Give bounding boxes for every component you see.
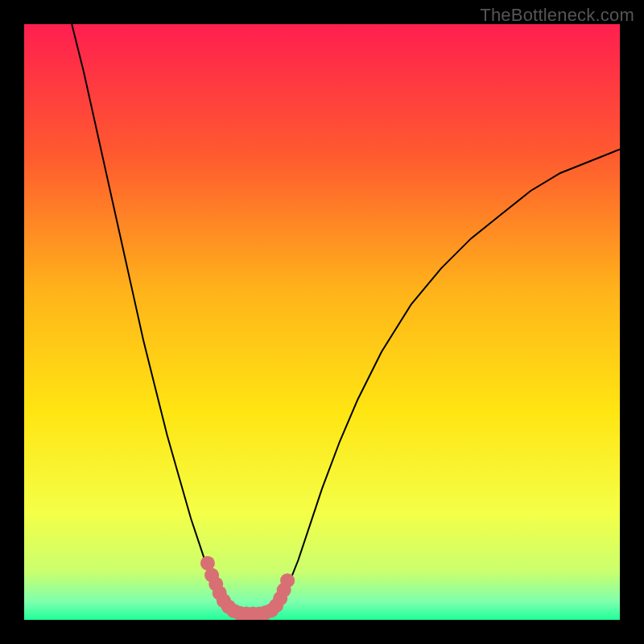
curve-marker: [280, 573, 295, 588]
watermark-text: TheBottleneck.com: [480, 5, 634, 26]
plot-background: [24, 24, 620, 620]
plot-area: [24, 24, 620, 620]
figure-frame: TheBottleneck.com: [0, 0, 644, 644]
bottleneck-curve-chart: [24, 24, 620, 620]
